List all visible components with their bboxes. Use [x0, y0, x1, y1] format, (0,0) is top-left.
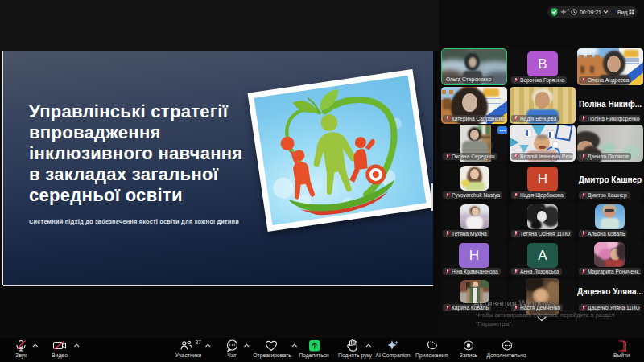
svg-text:00:09:21: 00:09:21 [580, 10, 601, 15]
svg-text:37: 37 [196, 339, 202, 345]
svg-text:Вид: Вид [617, 10, 628, 16]
